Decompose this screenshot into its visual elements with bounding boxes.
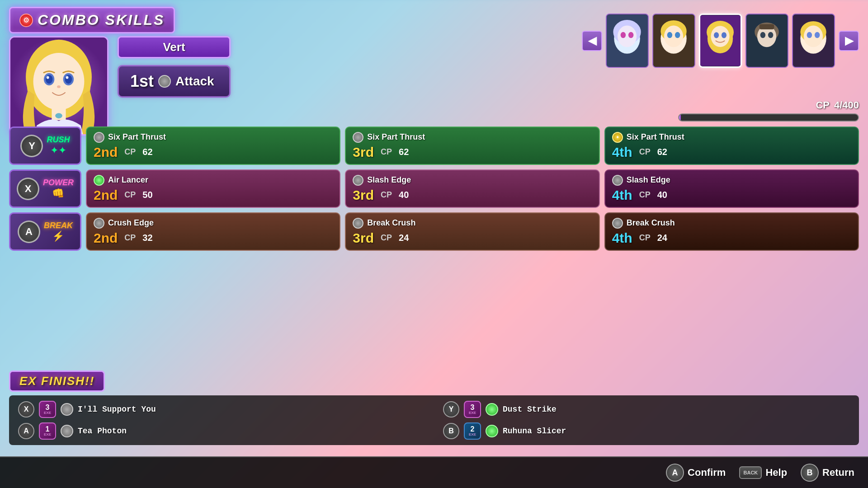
attack-label: Attack [175,74,214,89]
break-slot-4[interactable]: Break Crush 4th CP 24 [604,212,859,251]
skill-icon-crush-2 [94,218,104,229]
svg-point-18 [628,32,633,38]
ex-item-a: A 1 EXE Tea Photon [18,422,425,440]
combo-skills-title: ⚙ COMBO SKILLS [9,7,175,33]
svg-rect-36 [760,24,774,29]
cp-bar-container [678,113,859,122]
rush-slot-2[interactable]: Six Part Thrust 2nd CP 62 [86,127,340,165]
skill-icon-airlancer [94,175,104,186]
power-cp-label-4: CP [639,190,651,200]
break-cp-label-4: CP [639,233,651,243]
return-label: Return [822,467,854,479]
svg-point-28 [711,26,729,47]
svg-point-10 [57,85,61,88]
ex-item-b: B 2 EXE Ruhuna Slicer [443,422,850,440]
ex-item-y: Y 3 EXE Dust Strike [443,401,850,418]
char-thumb-2[interactable] [652,14,695,68]
break-cp-label-3: CP [381,233,392,243]
svg-point-6 [46,75,53,84]
ex-b-badge: 2 EXE [464,422,481,440]
rush-button-label: Y RUSH ✦✦ [9,127,81,165]
break-skill-3-name: Break Crush [367,218,415,228]
ex-y-skill-name: Dust Strike [503,405,557,414]
ex-finish-grid: X 3 EXE I'll Support You Y 3 EXE Dust St… [9,395,859,445]
attack-number: 1st [130,72,154,91]
power-badge: POWER 👊 [43,178,74,199]
ex-finish-section: EX FINISH!! X 3 EXE I'll Support You Y 3… [9,371,859,445]
power-cp-val-3: 40 [399,190,409,200]
svg-point-34 [760,32,765,38]
attack-icon [158,75,171,88]
ex-x-badge: 3 EXE [39,401,56,418]
skill-icon-thrust-2 [94,132,104,143]
cp-bar-fill [679,114,681,121]
char-thumb-3-selected[interactable] [699,14,742,68]
svg-point-3 [33,53,85,110]
x-button: X [17,178,39,200]
break-button-label: A BREAK ⚡ [9,212,81,251]
cp-section: CP 4/400 [678,99,859,122]
rush-cp-label-4: CP [639,147,651,157]
break-skill-4-name: Break Crush [627,218,675,228]
ex-a-skill-name: Tea Photon [78,427,127,436]
title-text: COMBO SKILLS [38,12,165,28]
ex-b-button: B [443,423,459,439]
power-icon: 👊 [52,188,64,199]
skills-area: Y RUSH ✦✦ Six Part Thrust 2nd CP 62 [9,127,859,255]
power-pos-4: 4th [612,188,632,203]
power-cp-label-3: CP [381,190,392,200]
ex-a-button: A [18,423,34,439]
help-action[interactable]: BACK Help [739,466,787,479]
confirm-action[interactable]: A Confirm [666,464,726,482]
svg-point-8 [47,76,49,79]
ex-finish-banner: EX FINISH!! [9,371,105,392]
rush-skill-row: Y RUSH ✦✦ Six Part Thrust 2nd CP 62 [9,127,859,165]
power-slot-3[interactable]: Slash Edge 3rd CP 40 [345,169,599,208]
char-next-button[interactable]: ▶ [839,31,859,51]
return-action[interactable]: B Return [801,464,854,482]
rush-slot-3[interactable]: Six Part Thrust 3rd CP 62 [345,127,599,165]
break-pos-4: 4th [612,230,632,246]
rush-cp-label-2: CP [124,147,136,157]
break-cp-val-3: 24 [399,233,409,243]
ex-item-x: X 3 EXE I'll Support You [18,401,425,418]
break-slot-3[interactable]: Break Crush 3rd CP 24 [345,212,599,251]
character-portrait [9,36,108,136]
power-text: POWER [43,178,74,188]
rush-skill-2-name: Six Part Thrust [108,132,166,142]
ex-b-skill-icon [486,425,498,437]
power-slot-4[interactable]: Slash Edge 4th CP 40 [604,169,859,208]
rush-badge: RUSH ✦✦ [47,135,70,156]
ex-a-skill-icon [61,425,73,437]
svg-point-41 [807,32,812,38]
char-thumb-5[interactable] [792,14,835,68]
break-icon: ⚡ [52,230,64,242]
svg-point-29 [714,32,719,38]
title-icon: ⚙ [19,14,33,27]
skill-icon-thrust-3 [353,132,363,143]
svg-point-35 [768,32,773,38]
power-slot-2[interactable]: Air Lancer 2nd CP 50 [86,169,340,208]
rush-pos-3: 3rd [353,145,374,160]
rush-skill-4-name: Six Part Thrust [627,132,684,142]
svg-point-17 [621,32,626,38]
confirm-label: Confirm [688,467,726,479]
power-cp-val-2: 50 [142,190,152,200]
rush-slot-4[interactable]: ✦ Six Part Thrust 4th CP 62 [604,127,859,165]
power-pos-2: 2nd [94,188,118,203]
power-skill-4-name: Slash Edge [627,175,670,185]
power-cp-val-4: 40 [657,190,667,200]
bottom-action-bar: A Confirm BACK Help B Return [0,456,868,488]
skill-icon-breakcrush-4 [612,218,623,229]
confirm-button-icon: A [666,464,684,482]
char-thumb-4[interactable] [745,14,788,68]
power-pos-3: 3rd [353,188,374,203]
power-skill-3-name: Slash Edge [367,175,411,185]
svg-point-40 [804,25,823,47]
break-slot-2[interactable]: Crush Edge 2nd CP 32 [86,212,340,251]
break-text: BREAK [44,221,73,230]
skill-icon-thrust-4: ✦ [612,132,623,143]
char-prev-button[interactable]: ◀ [582,31,602,51]
skill-icon-slash-3 [353,175,363,186]
char-thumb-1[interactable] [606,14,649,68]
